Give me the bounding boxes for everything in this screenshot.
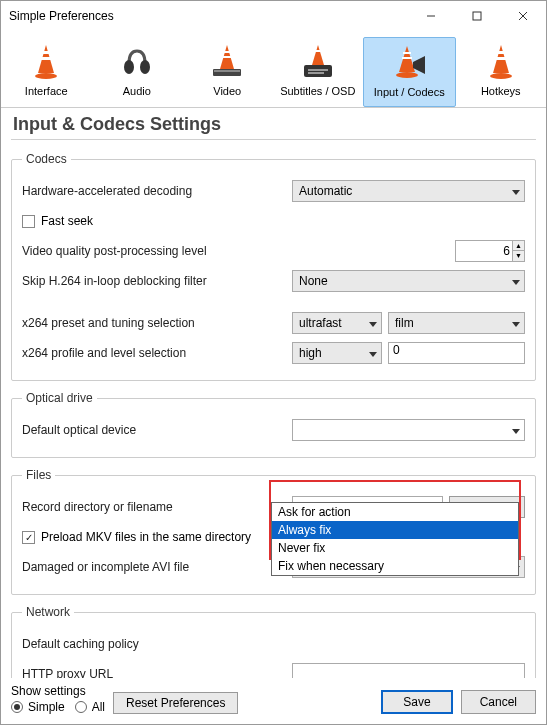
tab-subtitles[interactable]: Subtitles / OSD [273, 37, 364, 107]
cancel-button[interactable]: Cancel [461, 690, 536, 714]
chevron-down-icon [512, 185, 520, 199]
chevron-down-icon [512, 424, 520, 438]
show-settings-group: Show settings Simple All [11, 684, 105, 714]
svg-marker-30 [512, 280, 520, 285]
category-tabs: Interface Audio Video Subtitles / OSD In… [1, 31, 546, 108]
svg-point-7 [35, 73, 57, 79]
avi-label: Damaged or incomplete AVI file [22, 560, 292, 574]
titlebar: Simple Preferences [1, 1, 546, 31]
preferences-window: Simple Preferences Interface Audio Video… [0, 0, 547, 725]
avi-option[interactable]: Fix when necessary [272, 557, 518, 575]
svg-marker-34 [512, 429, 520, 434]
svg-marker-33 [369, 352, 377, 357]
tab-label: Interface [25, 85, 68, 97]
svg-rect-21 [403, 52, 411, 54]
svg-rect-5 [42, 51, 50, 54]
svg-point-9 [140, 60, 150, 74]
x264-preset-combo[interactable]: ultrafast [292, 312, 382, 334]
dod-combo[interactable] [292, 419, 525, 441]
chevron-down-icon [369, 317, 377, 331]
svg-rect-14 [214, 70, 240, 72]
show-simple-radio[interactable]: Simple [11, 700, 65, 714]
svg-rect-12 [222, 56, 232, 58]
svg-marker-29 [512, 190, 520, 195]
reset-button[interactable]: Reset Preferences [113, 692, 238, 714]
svg-rect-27 [496, 57, 506, 60]
close-button[interactable] [500, 1, 546, 31]
tab-input-codecs[interactable]: Input / Codecs [363, 37, 456, 107]
avi-option[interactable]: Always fix [272, 521, 518, 539]
svg-point-23 [396, 72, 418, 78]
spin-down-icon[interactable]: ▼ [512, 251, 524, 261]
svg-rect-22 [402, 57, 412, 59]
fast-seek-checkbox[interactable]: Fast seek [22, 214, 93, 228]
svg-marker-32 [512, 322, 520, 327]
svg-rect-16 [314, 50, 322, 52]
tab-label: Video [213, 85, 241, 97]
hw-decode-combo[interactable]: Automatic [292, 180, 525, 202]
tab-audio[interactable]: Audio [92, 37, 183, 107]
svg-rect-11 [223, 51, 231, 53]
group-optical: Optical drive Default optical device [11, 391, 536, 458]
svg-marker-15 [312, 45, 324, 65]
spin-up-icon[interactable]: ▲ [512, 241, 524, 251]
tab-label: Hotkeys [481, 85, 521, 97]
checkbox-icon: ✓ [22, 531, 35, 544]
page-heading: Input & Codecs Settings [1, 108, 546, 139]
tab-video[interactable]: Video [182, 37, 273, 107]
x264pt-label: x264 preset and tuning selection [22, 316, 292, 330]
svg-point-28 [490, 73, 512, 79]
tab-label: Input / Codecs [374, 86, 445, 98]
x264-level-input[interactable]: 0 [388, 342, 525, 364]
avi-option[interactable]: Never fix [272, 539, 518, 557]
group-network: Network Default caching policy HTTP prox… [11, 605, 536, 678]
svg-marker-31 [369, 322, 377, 327]
group-legend: Files [22, 468, 55, 482]
svg-marker-24 [413, 56, 425, 74]
hw-decode-label: Hardware-accelerated decoding [22, 184, 292, 198]
x264pl-label: x264 profile and level selection [22, 346, 292, 360]
chevron-down-icon [369, 347, 377, 361]
chevron-down-icon [512, 317, 520, 331]
chevron-down-icon [512, 275, 520, 289]
tab-hotkeys[interactable]: Hotkeys [456, 37, 547, 107]
proxy-label: HTTP proxy URL [22, 667, 292, 678]
preload-mkv-checkbox[interactable]: ✓Preload MKV files in the same directory [22, 530, 251, 544]
avi-option[interactable]: Ask for action [272, 503, 518, 521]
footer: Show settings Simple All Reset Preferenc… [1, 678, 546, 724]
avi-dropdown-list: Ask for action Always fix Never fix Fix … [271, 502, 519, 576]
divider [11, 139, 536, 140]
save-button[interactable]: Save [381, 690, 452, 714]
window-buttons [408, 1, 546, 31]
checkbox-icon [22, 215, 35, 228]
dod-label: Default optical device [22, 423, 292, 437]
group-legend: Optical drive [22, 391, 97, 405]
group-legend: Codecs [22, 152, 71, 166]
proxy-input[interactable] [292, 663, 525, 678]
svg-point-8 [124, 60, 134, 74]
window-title: Simple Preferences [9, 9, 408, 23]
svg-rect-1 [473, 12, 481, 20]
x264-profile-combo[interactable]: high [292, 342, 382, 364]
svg-rect-6 [41, 57, 51, 60]
minimize-button[interactable] [408, 1, 454, 31]
svg-rect-17 [304, 65, 332, 77]
content-area: Codecs Hardware-accelerated decoding Aut… [1, 146, 546, 678]
tab-label: Subtitles / OSD [280, 85, 355, 97]
vqpp-label: Video quality post-processing level [22, 244, 292, 258]
x264-tuning-combo[interactable]: film [388, 312, 525, 334]
group-codecs: Codecs Hardware-accelerated decoding Aut… [11, 152, 536, 381]
group-legend: Network [22, 605, 74, 619]
caching-label: Default caching policy [22, 637, 292, 651]
skip-combo[interactable]: None [292, 270, 525, 292]
tab-interface[interactable]: Interface [1, 37, 92, 107]
maximize-button[interactable] [454, 1, 500, 31]
show-settings-label: Show settings [11, 684, 105, 698]
record-label: Record directory or filename [22, 500, 292, 514]
vqpp-spinner[interactable]: 6▲▼ [455, 240, 525, 262]
tab-label: Audio [123, 85, 151, 97]
svg-rect-26 [497, 51, 505, 54]
show-all-radio[interactable]: All [75, 700, 105, 714]
skip-label: Skip H.264 in-loop deblocking filter [22, 274, 292, 288]
